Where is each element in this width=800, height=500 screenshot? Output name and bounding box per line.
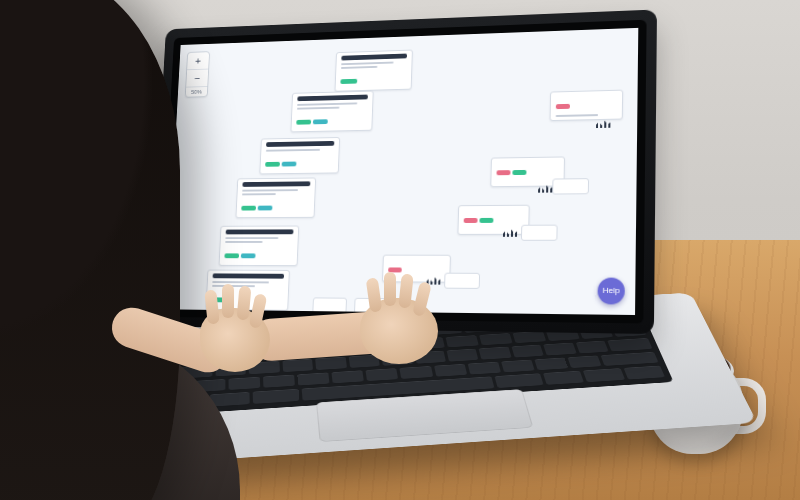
flow-node[interactable] [457, 205, 529, 235]
signal-icon [427, 277, 441, 285]
flow-node[interactable] [205, 270, 289, 311]
flow-node[interactable] [334, 50, 412, 92]
signal-icon [596, 120, 610, 128]
app-screen: + − 50% [166, 28, 638, 315]
flow-canvas[interactable] [166, 28, 638, 315]
flow-node[interactable] [552, 178, 589, 194]
flow-node[interactable] [550, 90, 624, 121]
flow-node[interactable] [259, 137, 340, 174]
flow-node[interactable] [444, 273, 480, 289]
flow-node[interactable] [354, 298, 389, 314]
signal-icon [538, 185, 552, 193]
screen-bezel: + − 50% [158, 20, 646, 324]
laptop-lid: + − 50% [149, 9, 657, 334]
flow-node[interactable] [235, 177, 316, 218]
flow-node[interactable] [290, 91, 373, 133]
signal-icon [503, 229, 517, 237]
flow-node[interactable] [312, 297, 347, 313]
photo-scene: + − 50% [0, 0, 800, 500]
flow-node[interactable] [382, 255, 451, 283]
flow-node[interactable] [219, 226, 300, 267]
laptop: + − 50% [90, 0, 700, 500]
flow-node[interactable] [521, 225, 558, 241]
